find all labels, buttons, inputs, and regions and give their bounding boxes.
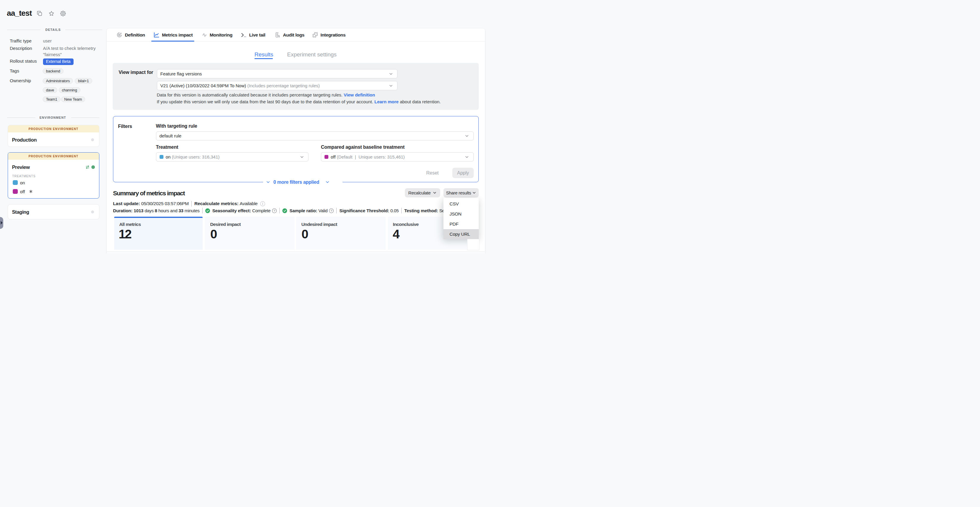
svg-text:?: ? [331, 209, 332, 212]
svg-text:?: ? [274, 209, 275, 212]
